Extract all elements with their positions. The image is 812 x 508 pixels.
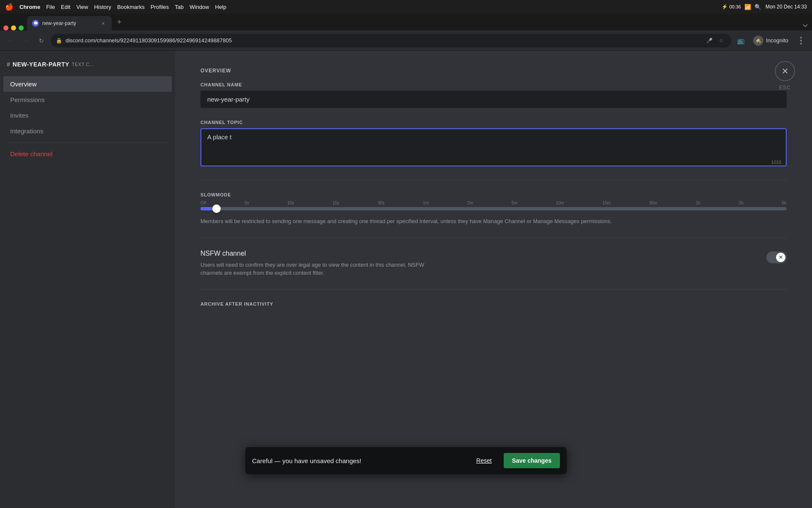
reset-button[interactable]: Reset: [469, 454, 499, 467]
slowmode-slider-wrapper: Off 5s 10s 15s 30s 1m 2m 5m 10m 15m 30m …: [200, 201, 787, 210]
tick-15m: 15m: [602, 201, 610, 205]
menu-window[interactable]: Window: [189, 4, 209, 10]
apple-icon[interactable]: 🍎: [5, 3, 14, 11]
tick-30s: 30s: [378, 201, 384, 205]
tick-1h: 1h: [696, 201, 700, 205]
menubar-left: 🍎 Chrome File Edit View History Bookmark…: [5, 3, 226, 11]
sidebar-item-permissions[interactable]: Permissions: [3, 92, 172, 108]
back-button[interactable]: ←: [5, 35, 17, 47]
address-actions: 🎤 ☆: [704, 36, 726, 46]
unsaved-message: Careful — you have unsaved changes!: [252, 457, 362, 464]
slowmode-label: SLOWMODE: [200, 192, 787, 197]
slowmode-thumb[interactable]: [212, 204, 221, 213]
address-bar[interactable]: 🔒 discord.com/channels/92249118030915998…: [51, 34, 731, 47]
forward-button[interactable]: →: [20, 35, 32, 47]
url-text: discord.com/channels/922491180309159986/…: [66, 37, 701, 44]
nsfw-description: Users will need to confirm they are over…: [200, 261, 446, 277]
menu-history[interactable]: History: [94, 4, 111, 10]
slowmode-section: SLOWMODE Off 5s 10s 15s 30s 1m 2m 5m 10m…: [200, 192, 787, 226]
nsfw-title: NSFW channel: [200, 250, 760, 257]
tab-favicon: 💬: [32, 20, 39, 27]
tab-bar-right: [802, 22, 809, 30]
close-window-button[interactable]: [3, 25, 8, 30]
nsfw-toggle[interactable]: ✕: [766, 251, 787, 263]
browser-tab[interactable]: 💬 new-year-party ✕: [27, 16, 112, 30]
menu-profiles[interactable]: Profiles: [151, 4, 169, 10]
nsfw-info: NSFW channel Users will need to confirm …: [200, 250, 760, 277]
channel-hash-icon: #: [7, 61, 10, 68]
tick-10s: 10s: [287, 201, 294, 205]
close-button[interactable]: ✕: [775, 61, 795, 81]
tick-15s: 15s: [332, 201, 339, 205]
browser-menu-button[interactable]: [795, 35, 807, 47]
channel-topic-label: CHANNEL TOPIC: [200, 120, 787, 125]
sidebar: # NEW-YEAR-PARTY TEXT C... Overview Perm…: [0, 51, 175, 508]
maximize-window-button[interactable]: [19, 25, 24, 30]
tick-2h: 2h: [739, 201, 743, 205]
channel-name-field-group: CHANNEL NAME: [200, 82, 787, 108]
channel-name-label: NEW-YEAR-PARTY: [13, 61, 69, 68]
menu-bookmarks[interactable]: Bookmarks: [117, 4, 145, 10]
search-icon[interactable]: 🔍: [754, 4, 761, 10]
tick-off: Off: [200, 201, 206, 205]
microphone-icon[interactable]: 🎤: [704, 36, 714, 46]
menu-tab[interactable]: Tab: [175, 4, 184, 10]
archive-label: ARCHIVE AFTER INACTIVITY: [200, 301, 787, 306]
new-tab-button[interactable]: +: [113, 16, 125, 28]
slider-labels: Off 5s 10s 15s 30s 1m 2m 5m 10m 15m 30m …: [200, 201, 787, 205]
sidebar-item-integrations[interactable]: Integrations: [3, 123, 172, 139]
save-changes-button[interactable]: Save changes: [504, 453, 560, 468]
menu-file[interactable]: File: [46, 4, 55, 10]
tick-2m: 2m: [467, 201, 473, 205]
channel-header: # NEW-YEAR-PARTY TEXT C...: [0, 61, 175, 76]
tab-title: new-year-party: [42, 20, 96, 26]
sidebar-divider: [7, 142, 168, 143]
channel-topic-input[interactable]: A place t: [200, 128, 787, 166]
nav-extras: 📺 🕵 Incognito: [735, 34, 807, 47]
menubar: 🍎 Chrome File Edit View History Bookmark…: [0, 0, 812, 14]
nsfw-section: NSFW channel Users will need to confirm …: [200, 250, 787, 277]
delete-channel-button[interactable]: Delete channel: [3, 146, 172, 162]
channel-topic-wrapper: A place t 1015: [200, 128, 787, 168]
unsaved-actions: Reset Save changes: [469, 453, 560, 468]
tick-5m: 5m: [511, 201, 517, 205]
channel-topic-field-group: CHANNEL TOPIC A place t 1015: [200, 120, 787, 168]
channel-type-label: TEXT C...: [72, 62, 94, 67]
tab-menu-icon[interactable]: [802, 22, 809, 29]
lock-icon: 🔒: [56, 38, 62, 44]
archive-section: ARCHIVE AFTER INACTIVITY: [200, 301, 787, 306]
tab-close-button[interactable]: ✕: [100, 20, 107, 27]
menu-edit[interactable]: Edit: [61, 4, 70, 10]
menu-view[interactable]: View: [76, 4, 88, 10]
tick-10m: 10m: [556, 201, 564, 205]
traffic-lights: [3, 25, 24, 30]
tick-6h: 6h: [782, 201, 787, 205]
cast-icon[interactable]: 📺: [735, 35, 746, 47]
main-content: # NEW-YEAR-PARTY TEXT C... Overview Perm…: [0, 51, 812, 508]
toggle-x-icon: ✕: [776, 253, 785, 262]
separator-2: [200, 237, 787, 238]
minimize-window-button[interactable]: [11, 25, 16, 30]
slowmode-description: Members will be restricted to sending on…: [200, 217, 787, 226]
incognito-icon: 🕵: [753, 36, 763, 46]
reload-button[interactable]: ↻: [36, 35, 47, 47]
menubar-right: ⚡ 00:36 📶 🔍 Mon 20 Dec 14:33: [721, 4, 807, 10]
wifi-icon: 📶: [744, 4, 751, 10]
channel-name-label: CHANNEL NAME: [200, 82, 787, 87]
bookmark-icon[interactable]: ☆: [716, 36, 726, 46]
menu-chrome[interactable]: Chrome: [19, 4, 40, 10]
char-count: 1015: [771, 160, 782, 165]
battery-icon: ⚡ 00:36: [721, 4, 741, 10]
menu-help[interactable]: Help: [215, 4, 227, 10]
sidebar-item-overview[interactable]: Overview: [3, 76, 172, 92]
incognito-badge[interactable]: 🕵 Incognito: [749, 34, 793, 47]
tab-bar: 💬 new-year-party ✕ +: [0, 14, 812, 30]
sys-icons: ⚡ 00:36 📶 🔍: [721, 4, 761, 10]
tick-30m: 30m: [649, 201, 657, 205]
tick-1m: 1m: [423, 201, 429, 205]
unsaved-bar: Careful — you have unsaved changes! Rese…: [245, 447, 567, 474]
channel-name-input[interactable]: [200, 91, 787, 108]
sidebar-item-invites[interactable]: Invites: [3, 108, 172, 123]
esc-label: ESC: [779, 85, 791, 91]
browser-window: 💬 new-year-party ✕ + ← → ↻ 🔒 discord.com…: [0, 14, 812, 508]
